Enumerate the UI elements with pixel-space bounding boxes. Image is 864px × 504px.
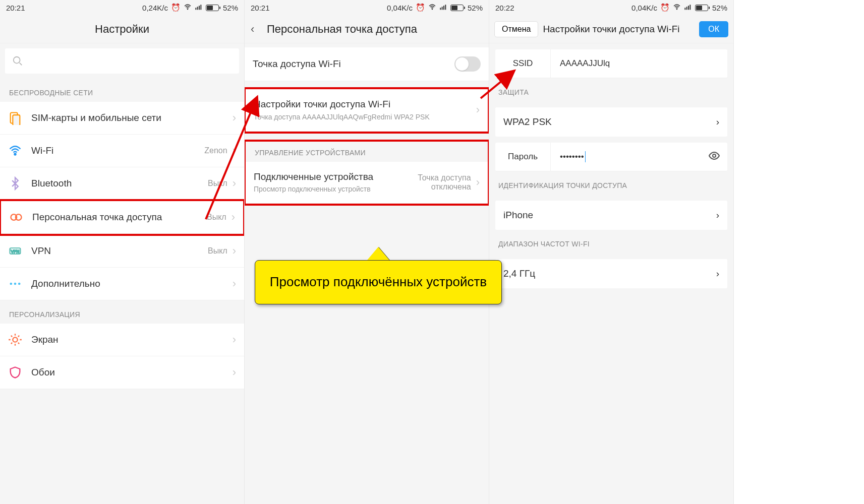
chevron-right-icon: › [716,268,719,279]
row-hotspot-title: Персональная точка доступа [32,211,207,223]
band-row[interactable]: 2,4 ГГц › [495,259,727,288]
row-connected-devices[interactable]: Подключенные устройства Просмотр подключ… [246,162,488,204]
wifi-row-icon [8,144,22,158]
security-row[interactable]: WPA2 PSK › [495,107,727,137]
password-row[interactable]: Пароль •••••••• [495,143,727,171]
wifi-ap-toggle[interactable] [454,56,481,72]
navbar: Настройки [0,15,244,43]
svg-rect-24 [686,7,687,10]
section-devices: УПРАВЛЕНИЕ УСТРОЙСТВАМИ [246,142,488,162]
back-button[interactable]: ‹ [251,23,254,36]
chevron-right-icon: › [716,210,719,221]
row-more-title: Дополнительно [31,278,233,290]
section-wireless: БЕСПРОВОДНЫЕ СЕТИ [0,79,244,102]
status-bar: 20:21 0,24K/c ⏰ 52% [0,0,244,15]
highlight-devices: УПРАВЛЕНИЕ УСТРОЙСТВАМИ Подключенные уст… [245,140,489,206]
row-bluetooth[interactable]: Bluetooth Выкл › [0,167,244,200]
svg-rect-4 [200,5,201,10]
svg-point-14 [14,283,17,285]
wifi-icon [184,3,192,13]
page-title: Настройки точки доступа Wi-Fi [543,24,679,35]
row-hotspot[interactable]: Персональная точка доступа Выкл › [1,201,243,234]
callout-text: Просмотр подключённых устройств [255,260,502,304]
row-bluetooth-title: Bluetooth [31,177,208,190]
row-wifi-ap-toggle[interactable]: Точка доступа Wi-Fi [245,47,489,81]
page-title: Настройки [95,23,149,36]
password-field[interactable]: •••••••• [551,143,701,171]
more-icon [8,277,22,291]
signal-icon [684,3,692,13]
svg-rect-23 [684,8,685,10]
ssid-row[interactable]: SSID AAAAAJJUlq [495,49,727,78]
svg-point-17 [432,9,432,9]
row-vpn-value: Выкл [208,246,227,256]
battery-icon [450,5,465,11]
section-id: ИДЕНТИФИКАЦИЯ ТОЧКИ ДОСТУПА [489,171,733,195]
chevron-right-icon: › [232,212,235,223]
cancel-button[interactable]: Отмена [494,21,538,37]
password-label: Пароль [495,143,551,171]
status-time: 20:21 [6,4,25,12]
chevron-right-icon: › [233,334,236,345]
eye-icon[interactable] [701,150,727,164]
svg-rect-2 [197,7,198,10]
svg-point-13 [10,283,13,285]
signal-icon [439,3,447,13]
row-vpn[interactable]: VPN VPN Выкл › [0,235,244,268]
row-sim[interactable]: SIM-карты и мобильные сети › [0,102,244,135]
search-input[interactable] [5,48,239,74]
shield-icon [8,365,22,380]
chevron-right-icon: › [233,178,236,189]
screen-settings: 20:21 0,24K/c ⏰ 52% Настройки БЕСПРОВОДН… [0,0,245,504]
row-connected-value: Точка доступа отключена [390,173,471,192]
band-value: 2,4 ГГц [503,268,716,279]
row-display-title: Экран [31,334,233,346]
row-bluetooth-value: Выкл [208,179,227,188]
row-ap-settings[interactable]: Настройки точки доступа Wi-Fi Точка дост… [246,89,488,132]
svg-point-27 [713,154,716,157]
highlight-ap-settings: Настройки точки доступа Wi-Fi Точка дост… [245,87,489,134]
battery-pct: 52% [468,4,483,12]
navbar: ‹ Персональная точка доступа [245,15,489,43]
row-more[interactable]: Дополнительно › [0,268,244,300]
id-value: iPhone [503,210,716,221]
svg-text:VPN: VPN [11,249,20,254]
svg-point-8 [14,153,16,155]
status-time: 20:22 [495,4,514,12]
screen-ap-settings: 20:22 0,04K/c ⏰ 52% Отмена Настройки точ… [489,0,734,504]
row-connected-title: Подключенные устройства [254,171,390,183]
row-wallpaper[interactable]: Обои › [0,356,244,389]
row-wifi-ap-title: Точка доступа Wi-Fi [253,58,454,70]
id-row[interactable]: iPhone › [495,201,727,230]
wifi-icon [428,3,436,13]
battery-icon [206,5,220,11]
svg-rect-7 [13,115,20,125]
svg-rect-26 [689,5,690,10]
ok-button[interactable]: ОК [699,21,728,37]
row-sim-title: SIM-карты и мобильные сети [31,112,233,124]
row-wallpaper-title: Обои [31,366,233,379]
sim-icon [8,111,22,125]
chevron-right-icon: › [233,367,236,378]
chevron-right-icon: › [233,278,236,289]
row-ap-settings-sub: Точка доступа AAAAAJJUlqAAQwFgRedmi WPA2… [254,112,476,122]
section-personal: ПЕРСОНАЛИЗАЦИЯ [0,300,244,324]
svg-rect-18 [440,8,441,10]
page-title: Персональная точка доступа [267,23,417,36]
svg-point-22 [676,9,677,9]
alarm-icon: ⏰ [171,3,181,12]
ssid-value[interactable]: AAAAAJJUlq [551,49,727,78]
chevron-right-icon: › [716,116,719,128]
chevron-right-icon: › [476,104,480,115]
svg-rect-25 [688,6,689,10]
row-wifi[interactable]: Wi-Fi Zenon › [0,135,244,167]
security-value: WPA2 PSK [503,116,716,128]
svg-point-16 [13,337,17,342]
battery-icon [695,5,709,11]
row-display[interactable]: Экран › [0,324,244,356]
status-speed: 0,24K/c [142,4,168,12]
row-vpn-title: VPN [31,245,208,257]
status-speed: 0,04K/c [387,4,413,12]
search-icon [12,55,23,67]
highlight-hotspot: Персональная точка доступа Выкл › [0,199,244,236]
